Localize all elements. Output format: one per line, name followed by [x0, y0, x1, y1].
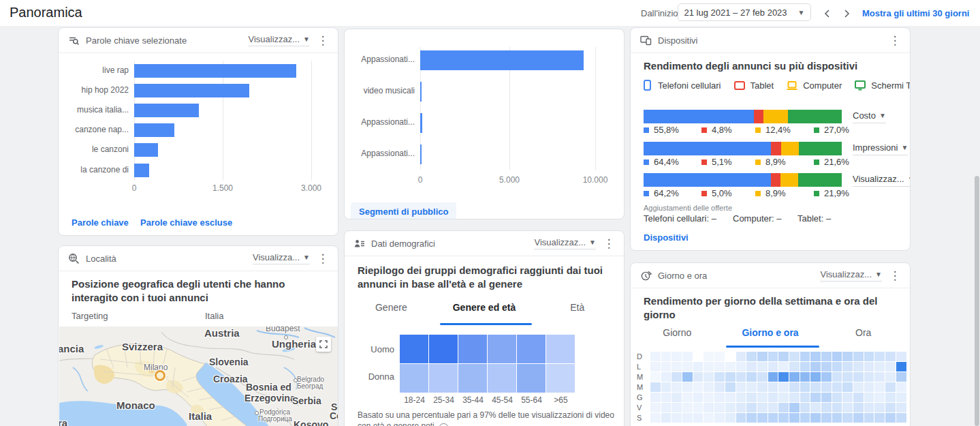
bar: [134, 84, 249, 97]
tab-ora[interactable]: Ora: [817, 327, 910, 338]
heatmap-cell: [778, 413, 789, 423]
heatmap-cell: [736, 352, 746, 361]
phone-icon: [642, 80, 652, 91]
metric-dropdown[interactable]: Visualizzaz...▼: [853, 174, 911, 187]
legend-item: Schermi TV: [855, 80, 911, 91]
demographics-footnote: Basato su una percentuale pari a 97% del…: [358, 410, 618, 426]
chevron-down-icon: ▼: [303, 35, 310, 43]
heatmap-cell: [821, 362, 832, 371]
heatmap-cell: [842, 372, 853, 382]
heatmap-cell: [725, 413, 736, 423]
heatmap-cell: [757, 352, 768, 361]
device-stacked-bar: [644, 110, 842, 123]
axis-tick-label: 0: [114, 183, 155, 193]
heatmap-cell: [853, 362, 864, 371]
heatmap-cell: [704, 362, 714, 371]
heatmap-cell: [650, 382, 661, 392]
show-last-30-days-link[interactable]: Mostra gli ultimi 30 giorni: [862, 8, 969, 18]
kebab-menu-icon[interactable]: ⋮: [316, 33, 330, 48]
heatmap-cell: [704, 413, 714, 423]
heatmap-cell: [768, 413, 778, 423]
heatmap-cell: [896, 372, 906, 382]
view-dropdown-value: Visualizzaz...: [248, 34, 300, 44]
kebab-menu-icon[interactable]: ⋮: [316, 252, 330, 266]
bar: [420, 113, 422, 133]
help-icon[interactable]: ?: [439, 423, 449, 426]
active-tab-underline: [726, 346, 819, 348]
heatmap-cell: [757, 372, 768, 382]
city-dot: [284, 335, 288, 339]
tab-genere-ed-età[interactable]: Genere ed età: [438, 302, 531, 313]
keywords-card: Parole chiave selezionate Visualizzaz...…: [58, 27, 338, 236]
next-period-button[interactable]: [840, 6, 855, 21]
heatmap-cell: [778, 403, 789, 412]
kebab-menu-icon[interactable]: ⋮: [602, 237, 616, 251]
scrollbar[interactable]: [975, 176, 979, 426]
legend-label: Schermi TV: [871, 80, 911, 91]
heatmap-cell: [842, 352, 853, 361]
tab-età[interactable]: Età: [531, 302, 624, 313]
heatmap-cell: [874, 372, 885, 382]
heatmap-cell: [778, 393, 789, 402]
targeting-value: Italia: [205, 311, 223, 321]
heatmap-cell: [650, 362, 661, 371]
category-label: le canzoni: [59, 144, 129, 154]
heatmap-cell: [885, 413, 896, 423]
heatmap-cell: [789, 403, 800, 412]
negative-keywords-link[interactable]: Parole chiave escluse: [140, 217, 232, 228]
heatmap-cell: [725, 403, 736, 412]
heatmap-cell: [429, 364, 458, 393]
heatmap-cell: [853, 382, 864, 392]
date-range-select[interactable]: 21 lug 2021 – 27 feb 2023 ▼: [678, 3, 811, 21]
legend-label: Telefoni cellulari: [658, 80, 721, 91]
heatmap-cell: [736, 372, 746, 382]
view-dropdown[interactable]: Visualizzaz... ▼: [248, 34, 310, 46]
fullscreen-button[interactable]: [316, 337, 331, 352]
view-dropdown-value: Visualizzaz...: [820, 269, 872, 279]
heatmap-cell: [864, 372, 874, 382]
heatmap-row-label: M: [637, 382, 648, 393]
tab-genere[interactable]: Genere: [345, 302, 438, 313]
heatmap-cell: [832, 382, 842, 392]
chevron-down-icon: ▼: [875, 271, 882, 278]
heatmap-cell: [693, 382, 704, 392]
map-label: Croazia: [213, 374, 248, 384]
kebab-menu-icon[interactable]: ⋮: [888, 33, 902, 48]
metric-dropdown[interactable]: Costo▼: [853, 110, 886, 123]
tv-icon: [855, 80, 866, 91]
view-dropdown[interactable]: Visualizza... ▼: [253, 252, 310, 264]
view-dropdown[interactable]: Visualizzaz... ▼: [534, 237, 596, 249]
heatmap-cell: [757, 403, 768, 412]
heatmap-cell: [842, 362, 853, 371]
bar-segment: [644, 142, 771, 155]
heatmap-cell: [736, 362, 746, 371]
heatmap-cell: [650, 413, 661, 423]
heatmap-cell: [661, 372, 671, 382]
previous-period-button[interactable]: [819, 6, 834, 21]
heatmap-row-label: M: [637, 372, 648, 382]
tab-giorno-e-ora[interactable]: Giorno e ora: [724, 327, 817, 338]
chevron-right-icon: [844, 9, 851, 18]
heatmap-cell: [546, 364, 575, 393]
category-label: video musicali: [345, 86, 415, 95]
bar: [134, 64, 296, 78]
devices-link[interactable]: Dispositivi: [644, 232, 689, 243]
heatmap-cell: [746, 393, 757, 402]
kebab-menu-icon[interactable]: ⋮: [888, 269, 902, 283]
view-dropdown[interactable]: Visualizzaz... ▼: [820, 269, 882, 282]
audience-segments-link[interactable]: Segmenti di pubblico: [351, 202, 456, 219]
metric-dropdown[interactable]: Impressioni▼: [853, 142, 908, 155]
metric-values-row: 64,2%5,0%8,9%21,9%: [644, 188, 868, 198]
legend-swatch: [701, 127, 707, 133]
geo-map[interactable]: anciaSvizzeraAustriaBudapestUngheriaSlov…: [59, 326, 338, 426]
bar-segment: [798, 173, 842, 187]
heatmap-cell: [896, 362, 906, 371]
keywords-link[interactable]: Parole chiave: [72, 217, 129, 228]
heatmap-cell: [821, 393, 832, 402]
axis-tick-label: 5.000: [489, 175, 530, 185]
heatmap-cell: [661, 403, 671, 412]
heatmap-cell: [874, 413, 885, 423]
heatmap-cell: [746, 382, 757, 392]
heatmap-cell: [789, 382, 800, 392]
tab-giorno[interactable]: Giorno: [631, 327, 724, 338]
